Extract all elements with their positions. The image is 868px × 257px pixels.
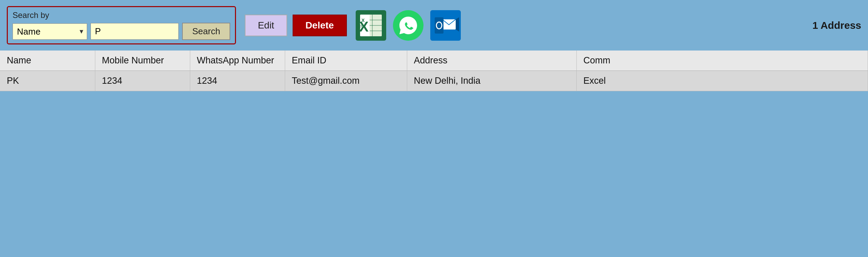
cell-address: New Delhi, India [407,71,576,91]
toolbar-icons: X PK X [356,10,461,41]
search-by-controls: Name Mobile Number WhatsApp Number Email… [13,23,230,40]
search-text-input[interactable] [91,23,179,40]
svg-marker-15 [456,17,459,32]
col-header-name: Name [0,51,95,71]
cell-comm: Excel [576,71,868,91]
search-field-select[interactable]: Name Mobile Number WhatsApp Number Email… [13,23,87,40]
col-header-address: Address [407,51,576,71]
outlook-icon-button[interactable] [430,10,461,41]
search-field-dropdown-wrapper: Name Mobile Number WhatsApp Number Email… [13,23,87,40]
contacts-table: Name Mobile Number WhatsApp Number Email… [0,51,868,91]
table-container: Name Mobile Number WhatsApp Number Email… [0,51,868,91]
search-by-box: Search by Name Mobile Number WhatsApp Nu… [7,6,236,44]
cell-email: Test@gmail.com [285,71,407,91]
delete-button[interactable]: Delete [293,15,347,36]
cell-name: PK [0,71,95,91]
col-header-mobile: Mobile Number [95,51,190,71]
whatsapp-icon-button[interactable] [393,10,423,41]
search-by-label: Search by [13,11,230,20]
address-count: 1 Address [812,20,861,31]
col-header-email: Email ID [285,51,407,71]
svg-text:X: X [359,19,369,35]
toolbar: Search by Name Mobile Number WhatsApp Nu… [0,0,868,51]
table-header-row: Name Mobile Number WhatsApp Number Email… [0,51,868,71]
edit-button[interactable]: Edit [245,15,287,36]
excel-icon-button[interactable]: X PK X [356,10,386,41]
table-row[interactable]: PK 1234 1234 Test@gmail.com New Delhi, I… [0,71,868,91]
cell-whatsapp: 1234 [190,71,285,91]
col-header-whatsapp: WhatsApp Number [190,51,285,71]
col-header-comm: Comm [576,51,868,71]
search-button[interactable]: Search [182,23,230,40]
cell-mobile: 1234 [95,71,190,91]
